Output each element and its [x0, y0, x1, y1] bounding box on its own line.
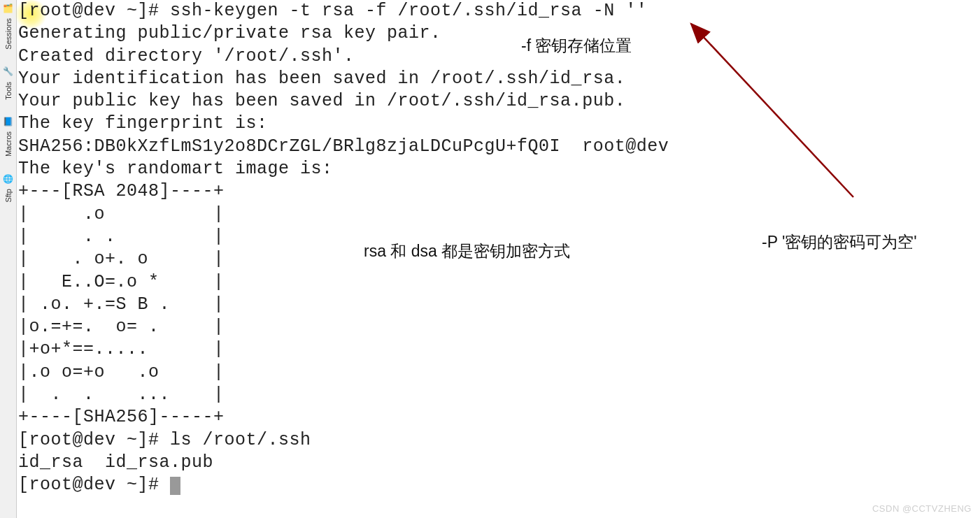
terminal-line: Your identification has been saved in /r… [18, 69, 625, 89]
terminal-line: The key's randomart image is: [18, 159, 333, 179]
sidebar-label: Macros [4, 131, 13, 157]
terminal-line: +---[RSA 2048]----+ [18, 181, 225, 201]
macros-icon: 📘 [3, 116, 14, 127]
terminal-line: [root@dev ~]# ls /root/.ssh [18, 430, 311, 450]
sidebar-label: Sftp [4, 189, 13, 203]
terminal-line: id_rsa id_rsa.pub [18, 452, 213, 473]
terminal-line: |+o+*==..... | [18, 339, 225, 359]
terminal-line: | . o+. o | [18, 249, 225, 269]
terminal-line: Your public key has been saved in /root/… [18, 91, 625, 111]
terminal-line: [root@dev ~]# [18, 475, 170, 495]
sidebar-group-sftp[interactable]: 🌐 Sftp [3, 173, 14, 203]
terminal-line: SHA256:DB0kXzfLmS1y2o8DCrZGL/BRlg8zjaLDC… [18, 136, 669, 157]
sidebar-group-sessions[interactable]: 🗂️ Sessions [3, 3, 14, 50]
terminal-line: | .o | [18, 204, 225, 224]
sftp-icon: 🌐 [3, 173, 14, 185]
terminal-line: | .o. +.=S B . | [18, 294, 225, 315]
annotation-p-option: -P '密钥的密码可为空' [762, 231, 917, 253]
watermark-text: CSDN @CCTVZHENG [872, 503, 972, 514]
sidebar-group-macros[interactable]: 📘 Macros [3, 116, 14, 157]
terminal-line: | E..O=.o * | [18, 272, 225, 292]
side-toolbar: 🗂️ Sessions 🔧 Tools 📘 Macros 🌐 Sftp [0, 0, 17, 518]
terminal-line: | . . | [18, 226, 225, 247]
terminal-line: Created directory '/root/.ssh'. [18, 46, 355, 66]
sidebar-label: Sessions [4, 18, 13, 50]
terminal-line: [root@dev ~]# ssh-keygen -t rsa -f /root… [18, 1, 647, 21]
terminal-line: | . . ... | [18, 384, 225, 405]
terminal-line: Generating public/private rsa key pair. [18, 23, 441, 43]
tools-icon: 🔧 [3, 66, 14, 78]
terminal-line: |.o o=+o .o | [18, 362, 225, 382]
annotation-f-option: -f 密钥存储位置 [521, 35, 632, 57]
sidebar-group-tools[interactable]: 🔧 Tools [3, 66, 14, 100]
terminal-line: +----[SHA256]-----+ [18, 407, 225, 427]
terminal-line: |o.=+=. o= . | [18, 317, 225, 337]
terminal-line: The key fingerprint is: [18, 113, 268, 134]
annotation-rsa-dsa: rsa 和 dsa 都是密钥加密方式 [364, 240, 570, 262]
sidebar-label: Tools [4, 82, 13, 100]
terminal-cursor [170, 477, 180, 495]
